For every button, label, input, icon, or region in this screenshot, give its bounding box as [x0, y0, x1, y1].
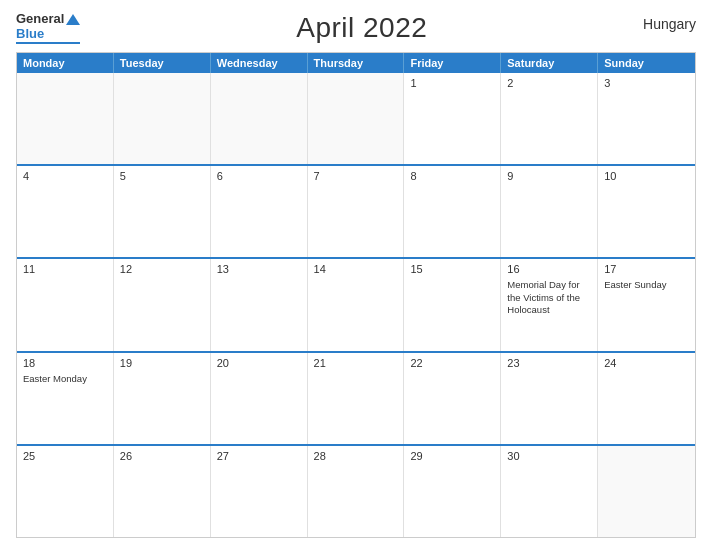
- logo: General Blue: [16, 12, 80, 44]
- day-number: 5: [120, 170, 204, 182]
- event-easter-monday: Easter Monday: [23, 373, 107, 385]
- week-1: 1 2 3: [17, 73, 695, 164]
- day-number: 19: [120, 357, 204, 369]
- day-number: 26: [120, 450, 204, 462]
- cell-apr-28: 28: [308, 446, 405, 537]
- day-number: 12: [120, 263, 204, 275]
- cell-apr-13: 13: [211, 259, 308, 350]
- day-number: 15: [410, 263, 494, 275]
- logo-triangle-icon: [66, 14, 80, 25]
- week-5: 25 26 27 28 29 30: [17, 444, 695, 537]
- cell-apr-1: 1: [404, 73, 501, 164]
- calendar: Monday Tuesday Wednesday Thursday Friday…: [16, 52, 696, 538]
- week-4: 18 Easter Monday 19 20 21 22 23: [17, 351, 695, 444]
- header-monday: Monday: [17, 53, 114, 73]
- cell-empty-2: [114, 73, 211, 164]
- header-sunday: Sunday: [598, 53, 695, 73]
- cell-apr-5: 5: [114, 166, 211, 257]
- cell-apr-18: 18 Easter Monday: [17, 353, 114, 444]
- cell-apr-23: 23: [501, 353, 598, 444]
- day-number: 3: [604, 77, 689, 89]
- cell-apr-25: 25: [17, 446, 114, 537]
- day-number: 27: [217, 450, 301, 462]
- logo-underline: [16, 42, 80, 44]
- header-tuesday: Tuesday: [114, 53, 211, 73]
- cell-apr-17: 17 Easter Sunday: [598, 259, 695, 350]
- cell-apr-6: 6: [211, 166, 308, 257]
- cell-empty-1: [17, 73, 114, 164]
- cell-apr-21: 21: [308, 353, 405, 444]
- cell-apr-29: 29: [404, 446, 501, 537]
- day-number: 22: [410, 357, 494, 369]
- day-number: 24: [604, 357, 689, 369]
- week-3: 11 12 13 14 15 16 Memorial Day for the V…: [17, 257, 695, 350]
- day-number: 23: [507, 357, 591, 369]
- calendar-body: 1 2 3 4 5 6: [17, 73, 695, 537]
- day-number: 4: [23, 170, 107, 182]
- day-number: 2: [507, 77, 591, 89]
- event-memorial-day: Memorial Day for the Victims of the Holo…: [507, 279, 591, 316]
- day-number: 1: [410, 77, 494, 89]
- header-thursday: Thursday: [308, 53, 405, 73]
- header: General Blue April 2022 Hungary: [16, 12, 696, 44]
- day-number: 28: [314, 450, 398, 462]
- header-friday: Friday: [404, 53, 501, 73]
- day-number: 14: [314, 263, 398, 275]
- day-number: 29: [410, 450, 494, 462]
- cell-apr-24: 24: [598, 353, 695, 444]
- logo-blue-text: Blue: [16, 27, 44, 41]
- day-number: 17: [604, 263, 689, 275]
- cell-apr-19: 19: [114, 353, 211, 444]
- cell-apr-12: 12: [114, 259, 211, 350]
- cell-apr-9: 9: [501, 166, 598, 257]
- cell-apr-26: 26: [114, 446, 211, 537]
- cell-apr-3: 3: [598, 73, 695, 164]
- calendar-title: April 2022: [296, 12, 427, 44]
- day-number: 25: [23, 450, 107, 462]
- cell-apr-14: 14: [308, 259, 405, 350]
- header-wednesday: Wednesday: [211, 53, 308, 73]
- cell-apr-10: 10: [598, 166, 695, 257]
- header-saturday: Saturday: [501, 53, 598, 73]
- cell-apr-7: 7: [308, 166, 405, 257]
- day-number: 16: [507, 263, 591, 275]
- cell-apr-20: 20: [211, 353, 308, 444]
- day-number: 9: [507, 170, 591, 182]
- day-number: 30: [507, 450, 591, 462]
- country-label: Hungary: [643, 12, 696, 32]
- calendar-header: Monday Tuesday Wednesday Thursday Friday…: [17, 53, 695, 73]
- event-easter-sunday: Easter Sunday: [604, 279, 689, 291]
- day-number: 8: [410, 170, 494, 182]
- cell-apr-4: 4: [17, 166, 114, 257]
- day-number: 7: [314, 170, 398, 182]
- day-number: 10: [604, 170, 689, 182]
- cell-apr-8: 8: [404, 166, 501, 257]
- cell-empty-4: [308, 73, 405, 164]
- day-number: 6: [217, 170, 301, 182]
- day-number: 18: [23, 357, 107, 369]
- cell-empty-last: [598, 446, 695, 537]
- day-number: 11: [23, 263, 107, 275]
- cell-apr-15: 15: [404, 259, 501, 350]
- cell-apr-27: 27: [211, 446, 308, 537]
- week-2: 4 5 6 7 8 9 10: [17, 164, 695, 257]
- cell-apr-30: 30: [501, 446, 598, 537]
- day-number: 13: [217, 263, 301, 275]
- cell-apr-11: 11: [17, 259, 114, 350]
- cell-apr-16: 16 Memorial Day for the Victims of the H…: [501, 259, 598, 350]
- logo-general-text: General: [16, 12, 64, 26]
- cell-apr-2: 2: [501, 73, 598, 164]
- day-number: 21: [314, 357, 398, 369]
- day-number: 20: [217, 357, 301, 369]
- cell-apr-22: 22: [404, 353, 501, 444]
- page: General Blue April 2022 Hungary Monday T…: [0, 0, 712, 550]
- cell-empty-3: [211, 73, 308, 164]
